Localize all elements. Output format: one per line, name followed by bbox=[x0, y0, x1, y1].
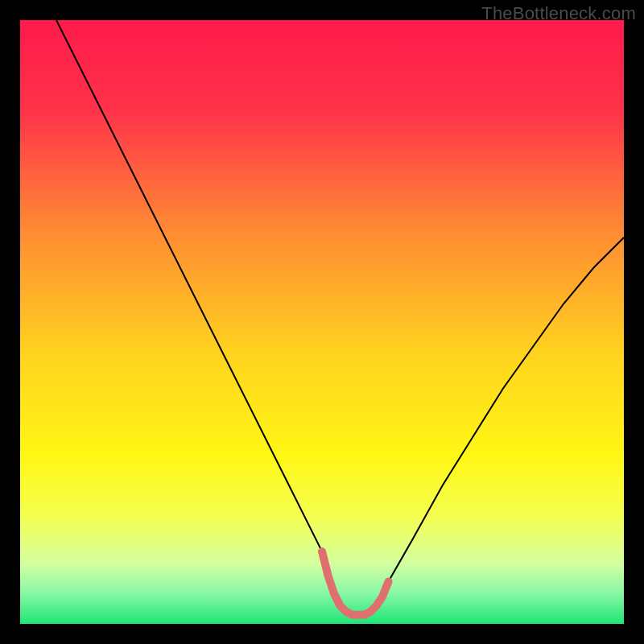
plot-area bbox=[20, 20, 624, 624]
chart-frame: TheBottleneck.com bbox=[0, 0, 644, 644]
watermark-text: TheBottleneck.com bbox=[481, 3, 636, 24]
chart-svg bbox=[20, 20, 624, 624]
gradient-rect bbox=[20, 20, 624, 624]
